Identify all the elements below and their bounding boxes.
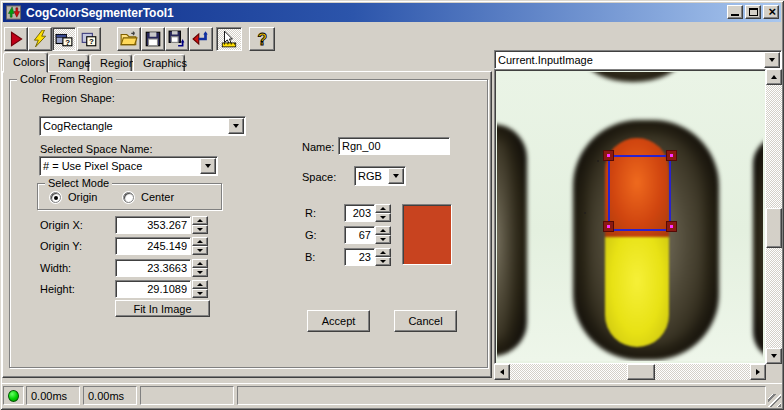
tab-region[interactable]: Region	[90, 54, 132, 72]
open-file-button[interactable]	[117, 27, 141, 51]
r-label: R:	[305, 207, 316, 219]
maximize-button[interactable]	[745, 5, 761, 19]
r-input[interactable]	[344, 204, 375, 222]
titlebar[interactable]: CogColorSegmenterTool1 ×	[3, 3, 781, 22]
minimize-button[interactable]	[727, 5, 743, 19]
cancel-button[interactable]: Cancel	[394, 310, 457, 332]
toolbar: ? ?	[3, 24, 781, 52]
blister-pocket-top	[585, 72, 681, 82]
scroll-left-button[interactable]	[494, 364, 510, 380]
floppy-arrow-icon	[168, 30, 186, 48]
selected-space-label: Selected Space Name:	[40, 143, 153, 155]
tab-range[interactable]: Range	[48, 54, 89, 72]
name-input[interactable]	[338, 137, 450, 155]
status-led-panel	[3, 386, 24, 405]
width-spinner[interactable]	[192, 259, 208, 277]
window-title: CogColorSegmenterTool1	[26, 6, 174, 20]
resize-grip[interactable]	[768, 394, 781, 407]
status-led-icon	[8, 390, 19, 402]
g-label: G:	[305, 229, 317, 241]
capsule-bottom-half	[605, 237, 669, 347]
blister-pocket-left	[497, 124, 527, 356]
fit-in-image-button[interactable]: Fit In Image	[115, 300, 210, 317]
origin-y-spinner[interactable]	[192, 237, 208, 255]
vertical-scrollbar[interactable]	[766, 69, 782, 364]
height-spinner[interactable]	[192, 280, 208, 298]
float-window-icon: ?	[80, 30, 98, 48]
tab-colors[interactable]: Colors	[3, 52, 48, 73]
float-window-button[interactable]: ?	[77, 27, 101, 51]
app-icon	[6, 5, 22, 20]
scroll-right-button[interactable]	[750, 364, 766, 380]
width-label: Width:	[40, 262, 71, 274]
g-input[interactable]	[344, 226, 375, 244]
region-shape-combobox[interactable]: CogRectangle	[39, 116, 246, 136]
image-source-combobox[interactable]: Current.InputImage	[494, 50, 782, 69]
selection-handle-bottom-right[interactable]	[666, 221, 677, 232]
radio-center-circle[interactable]	[123, 192, 134, 203]
windows-icon: ?	[55, 30, 73, 48]
g-spinner[interactable]	[375, 226, 391, 244]
save-button[interactable]	[141, 27, 165, 51]
radio-center[interactable]: Center	[123, 191, 174, 203]
b-input[interactable]	[344, 248, 375, 266]
selection-handle-top-left[interactable]	[603, 150, 614, 161]
minimize-icon	[731, 14, 739, 16]
open-folder-icon	[120, 30, 138, 48]
colors-tab-page: Color From Region Region Shape: CogRecta…	[2, 71, 492, 378]
show-electrodes-button[interactable]: ?	[52, 27, 76, 51]
region-selection-rectangle[interactable]	[608, 155, 671, 231]
help-button[interactable]: ?	[249, 27, 275, 51]
status-empty-panel-1	[140, 386, 234, 405]
reset-button[interactable]	[189, 27, 213, 51]
close-icon: ×	[764, 4, 780, 20]
horizontal-scroll-thumb[interactable]	[627, 364, 655, 380]
svg-text:?: ?	[258, 31, 268, 48]
save-as-button[interactable]	[165, 27, 189, 51]
image-speck	[584, 212, 586, 214]
r-spinner[interactable]	[375, 204, 391, 222]
radio-origin-circle[interactable]	[50, 192, 61, 203]
scroll-up-button[interactable]	[766, 69, 782, 85]
space-combobox[interactable]: RGB	[354, 166, 406, 186]
tab-graphics[interactable]: Graphics	[133, 54, 185, 72]
origin-x-label: Origin X:	[40, 219, 83, 231]
trigger-button[interactable]	[28, 27, 52, 51]
chevron-down-icon[interactable]	[200, 158, 216, 174]
close-button[interactable]: ×	[763, 5, 779, 19]
origin-y-input[interactable]	[115, 237, 191, 255]
chevron-down-icon[interactable]	[388, 168, 404, 184]
origin-x-spinner[interactable]	[192, 216, 208, 234]
vertical-scroll-thumb[interactable]	[766, 208, 782, 248]
chevron-down-icon[interactable]	[228, 118, 244, 134]
group-title: Color From Region	[17, 73, 116, 85]
b-label: B:	[305, 251, 315, 263]
select-mode-group: Select Mode Origin Center	[37, 183, 222, 210]
image-display[interactable]	[494, 69, 766, 364]
pointer-tool-button[interactable]	[216, 27, 242, 51]
region-shape-label: Region Shape:	[42, 92, 115, 104]
width-input[interactable]	[115, 259, 191, 277]
b-spinner[interactable]	[375, 248, 391, 266]
height-input[interactable]	[115, 280, 191, 298]
svg-text:?: ?	[89, 37, 94, 46]
status-time1-panel: 0.00ms	[26, 386, 80, 405]
horizontal-scrollbar[interactable]	[494, 364, 766, 380]
input-image[interactable]	[497, 72, 763, 361]
selection-handle-top-right[interactable]	[666, 150, 677, 161]
scroll-down-button[interactable]	[766, 348, 782, 364]
color-from-region-group: Color From Region Region Shape: CogRecta…	[9, 79, 488, 368]
selected-space-combobox[interactable]: # = Use Pixel Space	[39, 156, 218, 176]
radio-origin[interactable]: Origin	[50, 191, 97, 203]
selection-handle-bottom-left[interactable]	[603, 221, 614, 232]
lightning-icon	[31, 30, 49, 48]
origin-x-input[interactable]	[115, 216, 191, 234]
image-speck	[597, 160, 599, 162]
status-empty-panel-2	[237, 386, 766, 405]
chevron-down-icon[interactable]	[764, 52, 780, 68]
run-button[interactable]	[4, 27, 28, 51]
blister-pocket-right	[753, 136, 763, 360]
accept-button[interactable]: Accept	[307, 310, 370, 332]
space-label: Space:	[302, 171, 336, 183]
status-bar: 0.00ms 0.00ms	[2, 383, 782, 407]
